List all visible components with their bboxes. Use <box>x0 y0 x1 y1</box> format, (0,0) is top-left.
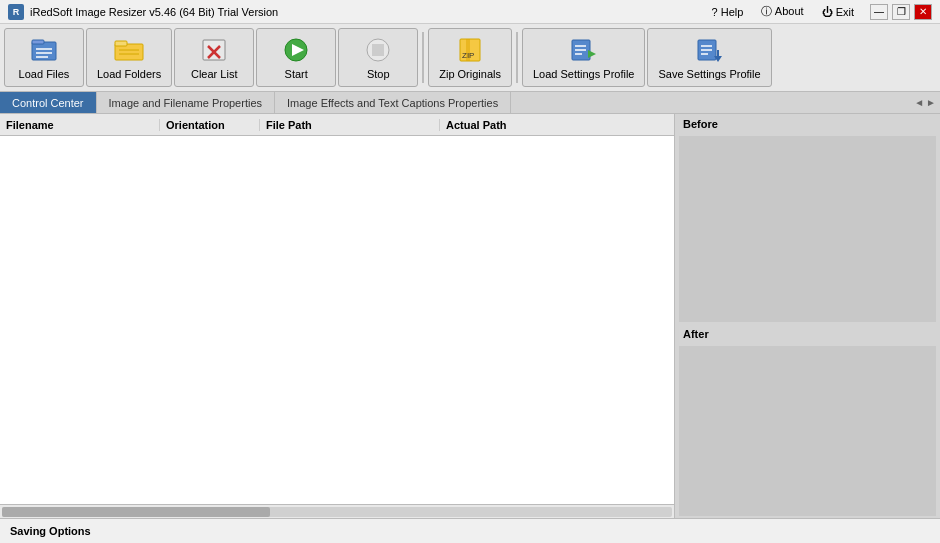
col-header-filename: Filename <box>0 119 160 131</box>
help-button[interactable]: ? Help <box>708 6 748 18</box>
toolbar-separator-1 <box>422 32 424 83</box>
svg-rect-15 <box>372 44 384 56</box>
start-icon <box>280 36 312 64</box>
col-header-actualpath: Actual Path <box>440 119 674 131</box>
before-label: Before <box>675 114 940 134</box>
after-preview-area <box>679 346 936 516</box>
load-folders-label: Load Folders <box>97 68 161 80</box>
file-panel: Filename Orientation File Path Actual Pa… <box>0 114 675 518</box>
load-folders-button[interactable]: Load Folders <box>86 28 172 87</box>
toolbar-separator-2 <box>516 32 518 83</box>
window-controls: — ❐ ✕ <box>870 4 932 20</box>
title-bar: R iRedSoft Image Resizer v5.46 (64 Bit) … <box>0 0 940 24</box>
clear-list-label: Clear List <box>191 68 237 80</box>
restore-button[interactable]: ❐ <box>892 4 910 20</box>
zip-originals-label: Zip Originals <box>439 68 501 80</box>
save-settings-profile-label: Save Settings Profile <box>658 68 760 80</box>
svg-rect-1 <box>32 40 44 44</box>
zip-originals-button[interactable]: ZIP Zip Originals <box>428 28 512 87</box>
hscroll-track[interactable] <box>2 507 672 517</box>
app-icon: R <box>8 4 24 20</box>
stop-icon <box>362 36 394 64</box>
hscroll-thumb[interactable] <box>2 507 270 517</box>
load-settings-profile-icon <box>568 36 600 64</box>
load-folders-icon <box>113 36 145 64</box>
col-header-orientation: Orientation <box>160 119 260 131</box>
main-area: Filename Orientation File Path Actual Pa… <box>0 114 940 518</box>
tab-bar: Control Center Image and Filename Proper… <box>0 92 940 114</box>
saving-options: Saving Options Save Images In Select Fol… <box>0 518 940 543</box>
stop-button[interactable]: Stop <box>338 28 418 87</box>
after-label: After <box>675 324 940 344</box>
zip-originals-icon: ZIP <box>454 36 486 64</box>
minimize-button[interactable]: — <box>870 4 888 20</box>
svg-rect-6 <box>115 41 127 46</box>
close-button[interactable]: ✕ <box>914 4 932 20</box>
app-title: iRedSoft Image Resizer v5.46 (64 Bit) Tr… <box>30 6 278 18</box>
save-settings-profile-button[interactable]: Save Settings Profile <box>647 28 771 87</box>
start-button[interactable]: Start <box>256 28 336 87</box>
about-button[interactable]: ⓘ About <box>757 4 807 19</box>
help-about-exit-group: ? Help ⓘ About ⏻ Exit <box>708 4 858 19</box>
svg-text:ZIP: ZIP <box>462 51 474 60</box>
title-right: ? Help ⓘ About ⏻ Exit — ❐ ✕ <box>708 4 932 20</box>
clear-list-icon <box>198 36 230 64</box>
save-settings-profile-icon <box>694 36 726 64</box>
svg-rect-9 <box>203 40 225 60</box>
preview-panel: Before After <box>675 114 940 518</box>
file-hscroll[interactable] <box>0 504 674 518</box>
tab-image-filename[interactable]: Image and Filename Properties <box>97 92 275 113</box>
load-files-label: Load Files <box>19 68 70 80</box>
title-left: R iRedSoft Image Resizer v5.46 (64 Bit) … <box>8 4 278 20</box>
tab-image-effects[interactable]: Image Effects and Text Captions Properti… <box>275 92 511 113</box>
saving-options-title: Saving Options <box>10 525 930 537</box>
tab-nav-arrows: ◄ ► <box>914 97 940 108</box>
toolbar: Load Files Load Folders Clear List <box>0 24 940 92</box>
load-files-button[interactable]: Load Files <box>4 28 84 87</box>
exit-button[interactable]: ⏻ Exit <box>818 6 858 18</box>
tab-prev-arrow[interactable]: ◄ <box>914 97 924 108</box>
load-settings-profile-button[interactable]: Load Settings Profile <box>522 28 646 87</box>
start-label: Start <box>285 68 308 80</box>
before-preview-area <box>679 136 936 322</box>
tab-control-center[interactable]: Control Center <box>0 92 97 113</box>
tab-next-arrow[interactable]: ► <box>926 97 936 108</box>
col-header-filepath: File Path <box>260 119 440 131</box>
load-files-icon <box>28 36 60 64</box>
load-settings-profile-label: Load Settings Profile <box>533 68 635 80</box>
svg-marker-23 <box>588 50 596 58</box>
file-table-body[interactable] <box>0 136 674 504</box>
stop-label: Stop <box>367 68 390 80</box>
clear-list-button[interactable]: Clear List <box>174 28 254 87</box>
file-table-header: Filename Orientation File Path Actual Pa… <box>0 114 674 136</box>
